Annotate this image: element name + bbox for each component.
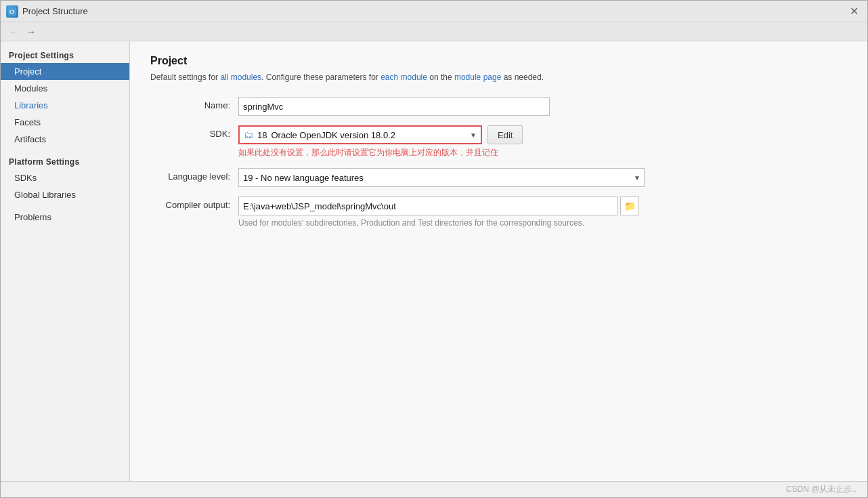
main-window: IJ Project Structure ✕ ← → Project Setti… bbox=[0, 0, 868, 498]
page-title: Project bbox=[150, 55, 847, 67]
sdk-select-inner: 🗂 18 Oracle OpenJDK version 18.0.2 bbox=[244, 129, 470, 140]
sidebar-divider bbox=[1, 148, 129, 153]
sidebar-divider-2 bbox=[1, 203, 129, 209]
sidebar-item-libraries[interactable]: Libraries bbox=[1, 97, 129, 114]
language-level-select[interactable]: 19 - No new language features 18 - No ne… bbox=[238, 168, 645, 187]
sdk-version: 18 bbox=[257, 130, 267, 140]
compiler-output-row: Compiler output: 📁 Used for modules' sub… bbox=[150, 196, 847, 228]
name-input[interactable] bbox=[238, 97, 550, 116]
sidebar: Project Settings Project Modules Librari… bbox=[1, 41, 130, 481]
folder-open-icon: 📁 bbox=[624, 201, 636, 211]
page-description: Default settings for all modules. Config… bbox=[150, 71, 847, 83]
sidebar-item-problems[interactable]: Problems bbox=[1, 209, 129, 226]
sdk-select[interactable]: 🗂 18 Oracle OpenJDK version 18.0.2 ▼ bbox=[238, 125, 482, 144]
compiler-output-control: 📁 Used for modules' subdirectories, Prod… bbox=[238, 196, 847, 228]
name-label: Name: bbox=[150, 97, 238, 110]
content-area: Project Settings Project Modules Librari… bbox=[1, 41, 867, 481]
compiler-folder-button[interactable]: 📁 bbox=[620, 196, 639, 215]
sdk-row: SDK: 🗂 18 Oracle OpenJDK version 18.0.2 … bbox=[150, 125, 847, 159]
language-level-control: 19 - No new language features 18 - No ne… bbox=[238, 168, 847, 187]
app-icon: IJ bbox=[6, 5, 18, 18]
language-level-row: Language level: 19 - No new language fea… bbox=[150, 168, 847, 187]
compiler-hint: Used for modules' subdirectories, Produc… bbox=[238, 218, 847, 228]
all-modules-link[interactable]: all modules bbox=[220, 72, 261, 82]
lang-select-wrapper: 19 - No new language features 18 - No ne… bbox=[238, 168, 645, 187]
sidebar-item-project[interactable]: Project bbox=[1, 63, 129, 80]
back-button[interactable]: ← bbox=[6, 24, 21, 39]
each-module-link[interactable]: each module bbox=[381, 72, 427, 82]
language-level-label: Language level: bbox=[150, 168, 238, 182]
close-button[interactable]: ✕ bbox=[846, 3, 862, 20]
sidebar-item-modules[interactable]: Modules bbox=[1, 80, 129, 97]
sdk-folder-icon: 🗂 bbox=[244, 129, 253, 140]
sidebar-item-artifacts[interactable]: Artifacts bbox=[1, 131, 129, 148]
project-settings-label: Project Settings bbox=[1, 47, 129, 63]
forward-button[interactable]: → bbox=[24, 24, 39, 39]
window-title: Project Structure bbox=[22, 6, 846, 16]
svg-text:IJ: IJ bbox=[9, 9, 14, 15]
sdk-dropdown-arrow-icon: ▼ bbox=[470, 131, 477, 139]
sdk-controls: 🗂 18 Oracle OpenJDK version 18.0.2 ▼ Edi… bbox=[238, 125, 847, 144]
sdk-control: 🗂 18 Oracle OpenJDK version 18.0.2 ▼ Edi… bbox=[238, 125, 847, 159]
toolbar: ← → bbox=[1, 22, 867, 41]
title-bar: IJ Project Structure ✕ bbox=[1, 1, 867, 22]
sidebar-item-facets[interactable]: Facets bbox=[1, 114, 129, 131]
sdk-name: Oracle OpenJDK version 18.0.2 bbox=[271, 130, 395, 140]
module-page-link[interactable]: module page bbox=[454, 72, 501, 82]
platform-settings-label: Platform Settings bbox=[1, 153, 129, 169]
compiler-row: 📁 bbox=[238, 196, 847, 215]
watermark: CSDN @从未止步.. bbox=[786, 484, 856, 495]
bottom-bar: CSDN @从未止步.. bbox=[1, 481, 867, 497]
compiler-output-label: Compiler output: bbox=[150, 196, 238, 210]
sidebar-item-sdks[interactable]: SDKs bbox=[1, 169, 129, 186]
compiler-output-input[interactable] bbox=[238, 196, 617, 215]
name-control bbox=[238, 97, 847, 116]
sdk-label: SDK: bbox=[150, 125, 238, 139]
sdk-hint: 如果此处没有设置，那么此时请设置它为你电脑上对应的版本，并且记住 bbox=[238, 147, 847, 159]
sdk-edit-button[interactable]: Edit bbox=[487, 125, 523, 144]
sidebar-item-global-libraries[interactable]: Global Libraries bbox=[1, 186, 129, 203]
name-row: Name: bbox=[150, 97, 847, 116]
main-panel: Project Default settings for all modules… bbox=[130, 41, 867, 481]
